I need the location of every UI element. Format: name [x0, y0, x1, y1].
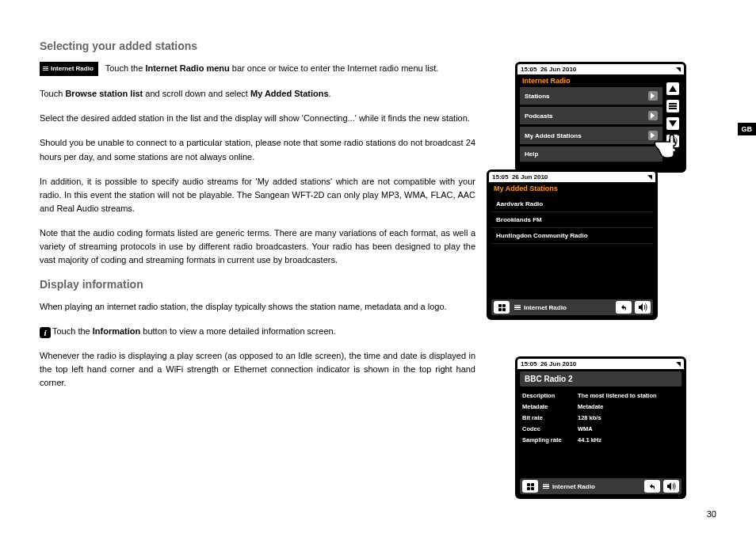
menu-item-help[interactable]: Help [520, 147, 662, 162]
menu-button[interactable] [666, 99, 680, 113]
information-icon: i [40, 327, 51, 338]
status-date: 26 Jun 2010 [540, 66, 576, 73]
volume-button[interactable] [666, 134, 680, 148]
screen-my-added-stations: 15:05 26 Jun 2010 My Added Stations Aard… [487, 169, 658, 320]
footer-bar: Internet Radio [491, 299, 653, 315]
chevron-right-icon [648, 91, 658, 101]
status-time: 15:05 [492, 173, 508, 181]
speaker-icon [668, 136, 678, 146]
volume-button[interactable] [635, 301, 651, 314]
info-value: Metadate [578, 403, 679, 410]
back-icon [619, 303, 628, 312]
wifi-icon [676, 362, 681, 367]
status-bar: 15:05 26 Jun 2010 [517, 359, 684, 369]
chevron-right-icon [648, 131, 658, 140]
status-date: 26 Jun 2010 [540, 360, 576, 367]
info-value: The most listened to station [578, 392, 679, 399]
screenshots-column: 15:05 26 Jun 2010 Internet Radio Station… [499, 40, 713, 401]
status-bar: 15:05 26 Jun 2010 [517, 64, 684, 74]
info-label: Description [522, 392, 578, 399]
station-item[interactable]: Brooklands FM [491, 212, 653, 228]
grid-icon [527, 483, 534, 490]
info-label: Sampling rate [522, 436, 578, 444]
status-date: 26 Jun 2010 [512, 173, 548, 181]
info-grid: DescriptionThe most listened to station … [522, 389, 679, 463]
volume-button[interactable] [663, 480, 679, 493]
screen-station-info: 15:05 26 Jun 2010 BBC Radio 2 Descriptio… [515, 356, 686, 499]
info-value: WMA [578, 425, 679, 432]
triangle-up-icon [669, 86, 677, 92]
status-time: 15:05 [521, 66, 536, 73]
station-item[interactable]: Huntingdon Community Radio [491, 228, 653, 244]
internet-radio-tag: Internet Radio [40, 62, 98, 76]
scroll-up-button[interactable] [666, 82, 680, 96]
paragraph-6: Note that the audio coding formats liste… [40, 227, 475, 267]
info-label: Metadate [522, 403, 578, 410]
back-button[interactable] [616, 301, 632, 314]
info-label: Bit rate [522, 414, 578, 421]
paragraph-1: Internet Radio Touch the Internet Radio … [40, 62, 475, 76]
footer-bar: Internet Radio [520, 478, 682, 494]
station-name: BBC Radio 2 [520, 371, 682, 386]
wifi-icon [647, 175, 652, 180]
paragraph-5: In addition, it is possible to specify a… [40, 175, 475, 215]
speaker-icon [638, 303, 647, 312]
paragraph-9: Whenever the radio is displaying a play … [40, 349, 475, 390]
back-button[interactable] [644, 480, 660, 493]
back-icon [647, 482, 657, 491]
screen-title: Internet Radio [517, 74, 665, 87]
scroll-down-button[interactable] [666, 116, 680, 131]
paragraph-8: iTouch the Information button to view a … [40, 325, 475, 338]
info-value: 44.1 kHz [578, 436, 679, 444]
section-heading-2: Display information [40, 278, 475, 291]
paragraph-3: Select the desired added station in the … [40, 112, 475, 125]
screen-internet-radio-menu: 15:05 26 Jun 2010 Internet Radio Station… [515, 62, 686, 173]
info-label: Codec [522, 425, 578, 432]
menu-icon [669, 102, 677, 111]
menu-item-podcasts[interactable]: Podcasts [520, 107, 662, 124]
status-bar: 15:05 26 Jun 2010 [489, 172, 655, 182]
menu-icon [543, 484, 549, 489]
paragraph-4: Should you be unable to connect to a par… [40, 136, 475, 163]
page-number: 30 [707, 509, 716, 519]
screen-title: My Added Stations [489, 182, 655, 195]
tag-label: Internet Radio [51, 65, 94, 72]
menu-item-stations[interactable]: Stations [520, 87, 662, 105]
footer-label[interactable]: Internet Radio [541, 483, 641, 490]
section-heading-1: Selecting your added stations [40, 40, 475, 52]
paragraph-2: Touch Browse station list and scroll dow… [40, 87, 475, 101]
triangle-down-icon [669, 120, 677, 127]
footer-label[interactable]: Internet Radio [513, 304, 613, 311]
grid-icon [498, 304, 506, 311]
station-item[interactable]: Aardvark Radio [491, 196, 653, 212]
home-button[interactable] [522, 480, 538, 493]
status-time: 15:05 [521, 360, 536, 367]
menu-item-my-added-stations[interactable]: My Added Stations [520, 127, 662, 144]
speaker-icon [666, 482, 676, 491]
home-button[interactable] [494, 301, 510, 314]
language-tab: GB [738, 123, 757, 135]
wifi-icon [676, 67, 681, 72]
chevron-right-icon [648, 111, 658, 120]
menu-icon [514, 305, 521, 310]
body-text-column: Selecting your added stations Internet R… [40, 40, 499, 401]
paragraph-7: When playing an internet radio station, … [40, 300, 475, 314]
info-value: 128 kb/s [578, 414, 679, 421]
